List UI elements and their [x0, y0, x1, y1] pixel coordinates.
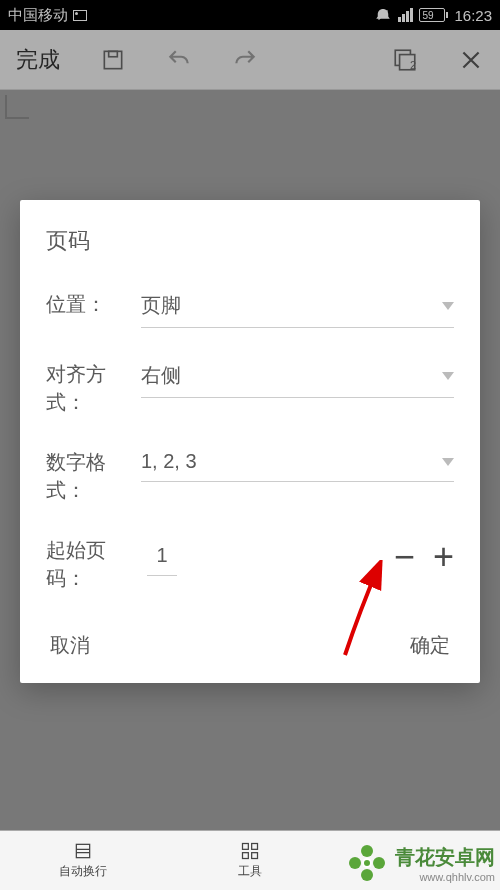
page-number-dialog: 页码 位置： 页脚 对齐方式： 右侧 数字格式： 1, 2, 3 起始页码： 1… — [20, 200, 480, 683]
format-label: 数字格式： — [46, 444, 141, 504]
chevron-down-icon — [442, 458, 454, 466]
position-label: 位置： — [46, 286, 141, 318]
svg-point-9 — [349, 857, 361, 869]
tools-icon — [240, 841, 260, 861]
position-row: 位置： 页脚 — [46, 286, 454, 328]
align-dropdown[interactable]: 右侧 — [141, 356, 454, 398]
ok-button[interactable]: 确定 — [406, 626, 454, 665]
svg-rect-6 — [252, 844, 258, 850]
align-value: 右侧 — [141, 362, 181, 389]
format-value: 1, 2, 3 — [141, 450, 197, 473]
watermark: 青花安卓网 www.qhhlv.com — [345, 841, 495, 885]
start-label: 起始页码： — [46, 532, 141, 592]
svg-rect-5 — [243, 844, 249, 850]
format-dropdown[interactable]: 1, 2, 3 — [141, 444, 454, 482]
align-label: 对齐方式： — [46, 356, 141, 416]
cancel-button[interactable]: 取消 — [46, 626, 94, 665]
svg-rect-7 — [243, 853, 249, 859]
svg-point-11 — [373, 857, 385, 869]
start-page-row: 起始页码： 1 − + — [46, 532, 454, 592]
svg-point-12 — [361, 869, 373, 881]
dialog-title: 页码 — [46, 226, 454, 256]
format-row: 数字格式： 1, 2, 3 — [46, 444, 454, 504]
position-value: 页脚 — [141, 292, 181, 319]
align-row: 对齐方式： 右侧 — [46, 356, 454, 416]
nav-autowrap-label: 自动换行 — [59, 863, 107, 880]
nav-autowrap[interactable]: 自动换行 — [0, 831, 167, 890]
position-dropdown[interactable]: 页脚 — [141, 286, 454, 328]
nav-tools-label: 工具 — [238, 863, 262, 880]
increment-button[interactable]: + — [433, 539, 454, 575]
svg-point-14 — [364, 860, 370, 866]
start-page-value[interactable]: 1 — [147, 538, 177, 576]
chevron-down-icon — [442, 372, 454, 380]
autowrap-icon — [73, 841, 93, 861]
svg-rect-8 — [252, 853, 258, 859]
watermark-logo-icon — [345, 841, 389, 885]
svg-point-10 — [361, 845, 373, 857]
watermark-name: 青花安卓网 — [395, 844, 495, 871]
nav-tools[interactable]: 工具 — [167, 831, 334, 890]
decrement-button[interactable]: − — [394, 539, 415, 575]
chevron-down-icon — [442, 302, 454, 310]
svg-rect-4 — [77, 844, 90, 857]
watermark-url: www.qhhlv.com — [419, 871, 495, 883]
